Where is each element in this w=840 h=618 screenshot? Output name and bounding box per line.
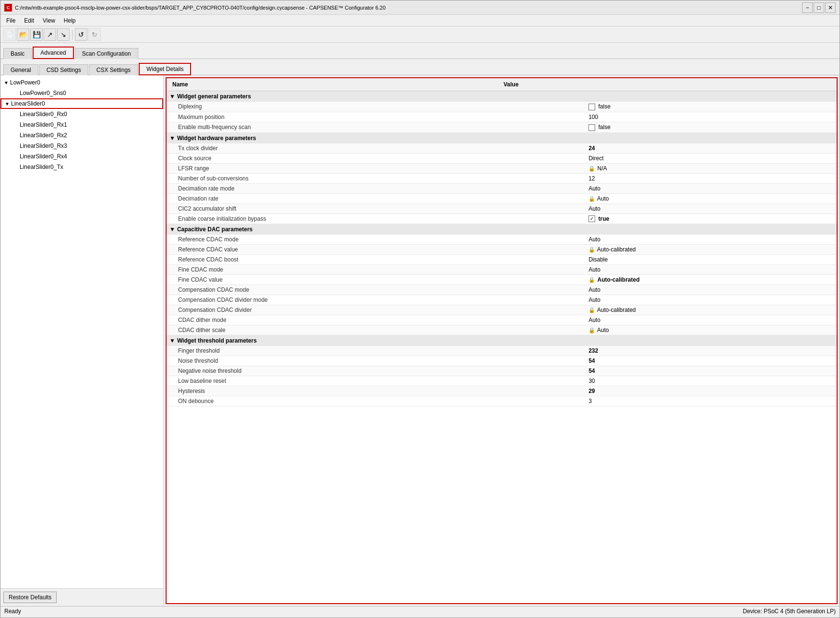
section-capacitive-dac[interactable]: ▼ Capacitive DAC parameters <box>167 224 837 235</box>
param-value-on-debounce[interactable]: 3 <box>577 396 837 406</box>
maximize-button[interactable]: □ <box>814 2 824 13</box>
tab-csx-settings[interactable]: CSX Settings <box>89 64 138 75</box>
param-value-decimation-rate[interactable]: 🔒 Auto <box>577 193 837 203</box>
param-num-sub-conversions: Number of sub-conversions 12 <box>167 173 837 183</box>
param-value-noise-threshold[interactable]: 54 <box>577 356 837 366</box>
param-value-low-baseline-reset[interactable]: 30 <box>577 376 837 386</box>
param-finger-threshold: Finger threshold 232 <box>167 346 837 356</box>
tree-toggle-linearslider0[interactable]: ▼ <box>3 100 11 107</box>
main-window: C C:/mtw/mtb-example-psoc4-msclp-low-pow… <box>0 0 840 618</box>
tree-item-linearslider0-rx2[interactable]: LinearSlider0_Rx2 <box>0 130 163 141</box>
minimize-button[interactable]: − <box>802 2 813 13</box>
tree-item-linearslider0-rx4[interactable]: LinearSlider0_Rx4 <box>0 151 163 162</box>
param-value-fine-cdac-mode[interactable]: Auto <box>577 265 837 275</box>
param-value-cdac-dither-scale[interactable]: 🔒 Auto <box>577 325 837 335</box>
checkbox-enable-multifreq[interactable] <box>588 124 595 131</box>
tree-item-linearslider0-rx0[interactable]: LinearSlider0_Rx0 <box>0 109 163 119</box>
tab-advanced[interactable]: Advanced <box>33 47 73 59</box>
params-scroll[interactable]: ▼ Widget general parameters Diplexing fa… <box>167 91 837 603</box>
tab-basic[interactable]: Basic <box>3 48 32 59</box>
param-diplexing: Diplexing false <box>167 102 837 112</box>
import-button[interactable]: ↘ <box>57 28 70 41</box>
chevron-down-icon-threshold: ▼ <box>169 337 175 344</box>
open-button[interactable]: 📂 <box>17 28 29 41</box>
toolbar: 📄 📂 💾 ↗ ↘ ↺ ↻ <box>0 26 840 43</box>
tree-toggle-lowpower0-sns0[interactable] <box>12 89 20 97</box>
section-widget-hardware[interactable]: ▼ Widget hardware parameters <box>167 132 837 143</box>
close-button[interactable]: ✕ <box>825 2 836 13</box>
param-ref-cdac-boost: Reference CDAC boost Disable <box>167 255 837 265</box>
param-low-baseline-reset: Low baseline reset 30 <box>167 376 837 386</box>
param-name-noise-threshold: Noise threshold <box>167 356 577 366</box>
tab-scan-configuration[interactable]: Scan Configuration <box>75 48 138 59</box>
status-left: Ready <box>4 608 21 616</box>
param-value-lfsr-range[interactable]: 🔒 N/A <box>577 163 837 173</box>
param-negative-noise-threshold: Negative noise threshold 54 <box>167 366 837 376</box>
param-name-cdac-dither-scale: CDAC dither scale <box>167 325 577 335</box>
status-bar: Ready Device: PSoC 4 (5th Generation LP) <box>0 606 840 618</box>
param-value-ref-cdac-mode[interactable]: Auto <box>577 235 837 245</box>
tree-item-linearslider0-rx1[interactable]: LinearSlider0_Rx1 <box>0 119 163 130</box>
tab-widget-details[interactable]: Widget Details <box>139 63 191 75</box>
tree-item-lowpower0-sns0[interactable]: LowPower0_Sns0 <box>0 88 163 98</box>
param-value-ref-cdac-value[interactable]: 🔒 Auto-calibrated <box>577 245 837 255</box>
restore-defaults-button[interactable]: Restore Defaults <box>3 592 57 603</box>
undo-button[interactable]: ↺ <box>75 28 87 41</box>
param-value-fine-cdac-value[interactable]: 🔒 Auto-calibrated <box>577 275 837 285</box>
param-name-maximum-position: Maximum position <box>167 112 577 122</box>
param-value-enable-coarse-init[interactable]: ✓ true <box>577 214 837 224</box>
menu-file[interactable]: File <box>2 16 19 25</box>
param-value-cic2-accumulator[interactable]: Auto <box>577 203 837 214</box>
param-fine-cdac-value: Fine CDAC value 🔒 Auto-calibrated <box>167 275 837 285</box>
param-on-debounce: ON debounce 3 <box>167 396 837 406</box>
section-toggle-widget-general: ▼ Widget general parameters <box>169 93 251 100</box>
tree-item-linearslider0-rx3[interactable]: LinearSlider0_Rx3 <box>0 141 163 151</box>
new-button[interactable]: 📄 <box>3 28 16 41</box>
tree-area: ▼ LowPower0 LowPower0_Sns0 ▼ LinearSlide… <box>0 75 163 588</box>
checkbox-diplexing[interactable] <box>588 104 595 110</box>
param-value-enable-multifreq[interactable]: false <box>577 122 837 132</box>
param-value-cdac-dither-mode[interactable]: Auto <box>577 315 837 325</box>
param-name-negative-noise-threshold: Negative noise threshold <box>167 366 577 376</box>
param-value-clock-source[interactable]: Direct <box>577 153 837 163</box>
param-value-negative-noise-threshold[interactable]: 54 <box>577 366 837 376</box>
param-value-hysteresis[interactable]: 29 <box>577 386 837 396</box>
param-value-comp-cdac-divider[interactable]: 🔒 Auto-calibrated <box>577 305 837 315</box>
param-name-ref-cdac-boost: Reference CDAC boost <box>167 255 577 265</box>
param-value-decimation-rate-mode[interactable]: Auto <box>577 183 837 193</box>
section-label-widget-general: Widget general parameters <box>177 93 251 100</box>
menu-help[interactable]: Help <box>60 16 80 25</box>
redo-button[interactable]: ↻ <box>88 28 101 41</box>
param-name-enable-coarse-init: Enable coarse initialization bypass <box>167 214 577 224</box>
lock-icon-ref-cdac: 🔒 <box>588 247 594 252</box>
section-widget-threshold[interactable]: ▼ Widget threshold parameters <box>167 335 837 346</box>
param-value-maximum-position[interactable]: 100 <box>577 112 837 122</box>
restore-defaults-bar: Restore Defaults <box>0 588 163 606</box>
tree-label-linearslider0-rx3: LinearSlider0_Rx3 <box>20 143 67 149</box>
param-name-lfsr-range: LFSR range <box>167 163 577 173</box>
param-name-comp-cdac-mode: Compensation CDAC mode <box>167 285 577 295</box>
tree-toggle-rx2 <box>12 131 20 139</box>
param-value-diplexing[interactable]: false <box>577 102 837 112</box>
menu-view[interactable]: View <box>39 16 59 25</box>
tree-item-lowpower0[interactable]: ▼ LowPower0 <box>0 77 163 88</box>
tree-toggle-lowpower0[interactable]: ▼ <box>2 79 10 86</box>
param-value-finger-threshold[interactable]: 232 <box>577 346 837 356</box>
tree-item-linearslider0[interactable]: ▼ LinearSlider0 <box>0 98 163 109</box>
tab-general[interactable]: General <box>3 64 38 75</box>
param-value-comp-cdac-divider-mode[interactable]: Auto <box>577 295 837 305</box>
param-value-tx-clock-divider[interactable]: 24 <box>577 143 837 154</box>
save-button[interactable]: 💾 <box>30 28 43 41</box>
checkbox-coarse-init[interactable]: ✓ <box>588 215 595 222</box>
menu-edit[interactable]: Edit <box>20 16 38 25</box>
tree-item-linearslider0-tx[interactable]: LinearSlider0_Tx <box>0 162 163 172</box>
left-panel: ▼ LowPower0 LowPower0_Sns0 ▼ LinearSlide… <box>0 75 164 606</box>
param-value-comp-cdac-mode[interactable]: Auto <box>577 285 837 295</box>
param-value-num-sub-conversions[interactable]: 12 <box>577 173 837 183</box>
section-widget-general[interactable]: ▼ Widget general parameters <box>167 91 837 102</box>
param-comp-cdac-divider: Compensation CDAC divider 🔒 Auto-calibra… <box>167 305 837 315</box>
param-value-ref-cdac-boost[interactable]: Disable <box>577 255 837 265</box>
tab-csd-settings[interactable]: CSD Settings <box>39 64 88 75</box>
tree-label-linearslider0-tx: LinearSlider0_Tx <box>20 164 63 170</box>
export-button[interactable]: ↗ <box>44 28 56 41</box>
